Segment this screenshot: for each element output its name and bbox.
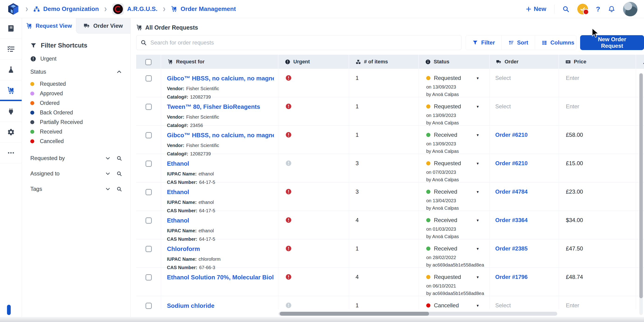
row-checkbox[interactable] [146,75,152,81]
row-checkbox[interactable] [146,246,152,252]
status-filter-requested[interactable]: Requested [30,79,122,89]
status-filter-partially-received[interactable]: Partially Received [30,117,122,127]
search-icon[interactable] [116,156,122,161]
sidebar-item-settings[interactable] [0,122,22,143]
sidebar-item-protocols[interactable] [0,39,22,60]
price-value[interactable]: £15.00 [566,160,583,166]
status-dropdown[interactable]: Received ▼ [426,132,480,138]
price-value[interactable]: £23.00 [566,189,583,195]
sort-button[interactable]: Sort [502,35,535,50]
filter-button[interactable]: Filter [466,35,502,50]
urgent-icon [286,75,292,81]
user-avatar[interactable] [623,2,638,16]
breadcrumb-page[interactable]: Order Management [171,5,236,12]
status-filter-back-ordered[interactable]: Back Ordered [30,108,122,117]
status-filter-cancelled[interactable]: Cancelled [30,137,122,146]
price-value[interactable]: Enter [566,103,579,109]
order-link[interactable]: Order #1796 [495,274,528,280]
chevdown-icon[interactable] [105,171,110,176]
order-link[interactable]: Select [495,75,511,81]
select-all-checkbox[interactable] [145,59,152,65]
breadcrumb-group[interactable]: A.R.G.U.S. [112,3,158,15]
column-header-partial[interactable] [636,55,644,69]
request-item-link[interactable]: Chloroform [167,245,274,253]
request-item-link[interactable]: Ethanol [167,217,274,224]
order-link[interactable]: Select [495,302,511,309]
status-dropdown[interactable]: Cancelled ▼ [426,302,480,309]
vertical-scrollbar-thumb[interactable] [639,73,643,298]
order-link[interactable]: Order #6210 [495,160,528,166]
breadcrumb-organization[interactable]: Demo Organization [33,5,99,12]
column-header-price[interactable]: Price [559,55,636,69]
order-link[interactable]: Select [495,103,511,109]
request-item-link[interactable]: Tween™ 80, Fisher BioReagents [167,103,274,110]
app-logo-icon[interactable] [6,2,20,16]
column-header-request-for[interactable]: Request for [161,55,278,69]
status-dropdown[interactable]: Requested ▼ [426,160,480,167]
search-input[interactable] [150,39,457,46]
sidebar-item-more[interactable] [0,143,22,163]
order-link[interactable]: Order #6210 [495,132,528,138]
filter-urgent[interactable]: Urgent [30,56,122,62]
request-item-link[interactable]: Gibco™ HBSS, no calcium, no magnesi… [167,132,274,139]
chevron-up-icon[interactable] [116,69,122,74]
top-navbar: ❯ Demo Organization ❯ A.R.G.U.S. ❯ Order… [0,0,644,18]
status-dropdown[interactable]: Requested ▼ [426,274,480,280]
row-checkbox[interactable] [146,217,152,224]
column-header-checkbox[interactable] [136,55,161,69]
column-header-order[interactable]: Order [490,55,559,69]
order-link[interactable]: Order #4784 [495,189,528,195]
status-dropdown[interactable]: Received ▼ [426,245,480,252]
chevdown-icon[interactable] [105,186,110,192]
search-icon[interactable] [562,5,570,12]
request-item-link[interactable]: Gibco™ HBSS, no calcium, no magnesi… [167,75,274,82]
tasks-badge-button[interactable] [577,4,588,14]
price-value[interactable]: $34.00 [566,217,583,223]
row-checkbox[interactable] [146,104,152,110]
sidebar-item-integrations[interactable] [0,101,22,122]
request-item-link[interactable]: Ethanol [167,189,274,196]
chevdown-icon[interactable] [105,156,110,161]
tab-request-view[interactable]: Request View [22,18,76,33]
search-icon[interactable] [116,186,122,192]
column-header-urgent[interactable]: Urgent [278,55,349,69]
price-value[interactable]: £48.74 [566,274,583,280]
search-icon [140,40,147,46]
column-header--of-items[interactable]: # of items [349,55,419,69]
status-filter-ordered[interactable]: Ordered [30,98,122,108]
price-value[interactable]: Enter [566,75,579,81]
table-row: Ethanol IUPAC Name:ethanolCAS Number:64-… [136,211,644,239]
row-checkbox[interactable] [146,189,152,195]
request-item-link[interactable]: Ethanol Solution 70%, Molecular Biolog… [167,274,274,281]
sidebar-item-samples[interactable] [0,60,22,80]
new-button[interactable]: New [526,5,546,12]
row-checkbox[interactable] [146,274,152,281]
price-value[interactable]: Enter [566,302,579,309]
new-order-request-button[interactable]: New Order Request [580,35,644,50]
bell-icon[interactable] [608,5,615,12]
help-button[interactable]: ? [596,5,600,13]
status-section-header[interactable]: Status [30,68,122,75]
search-icon[interactable] [116,171,122,176]
status-dropdown[interactable]: Requested ▼ [426,103,480,110]
order-link[interactable]: Order #2385 [495,245,528,252]
column-header-status[interactable]: Status [419,55,490,69]
status-dropdown[interactable]: Received ▼ [426,189,480,195]
row-checkbox[interactable] [146,132,152,138]
row-checkbox[interactable] [146,303,152,309]
status-filter-received[interactable]: Received [30,127,122,137]
price-value[interactable]: £47.50 [566,245,583,252]
sidebar-item-notebook[interactable] [0,18,22,39]
sidebar-item-order-management[interactable] [0,80,22,101]
request-item-link[interactable]: Ethanol [167,160,274,167]
status-dropdown[interactable]: Received ▼ [426,217,480,223]
request-item-link[interactable]: Sodium chloride [167,302,274,309]
row-checkbox[interactable] [146,161,152,167]
horizontal-scrollbar-thumb[interactable] [280,312,429,316]
price-value[interactable]: £58.00 [566,132,583,138]
status-dropdown[interactable]: Requested ▼ [426,75,480,81]
order-link[interactable]: Order #3364 [495,217,528,223]
status-filter-approved[interactable]: Approved [30,89,122,98]
tab-order-view[interactable]: Order View [76,18,130,33]
columns-button[interactable]: Columns [535,35,576,50]
